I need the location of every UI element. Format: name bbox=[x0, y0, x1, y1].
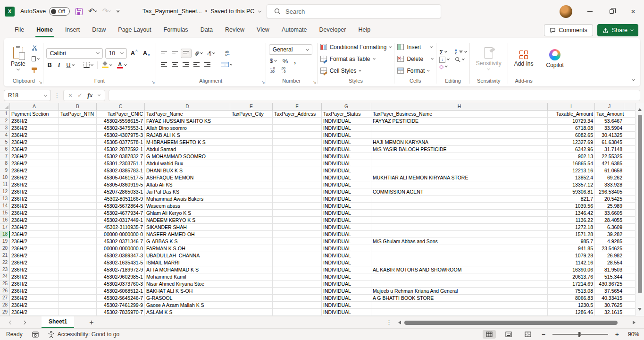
grid-cell[interactable] bbox=[371, 167, 548, 174]
grid-cell[interactable] bbox=[59, 153, 97, 160]
grid-cell[interactable]: 1230.5 bbox=[548, 302, 595, 309]
grid-cell[interactable]: 45305-0360919-5 bbox=[97, 181, 145, 188]
tab-page-layout[interactable]: Page Layout bbox=[112, 23, 157, 38]
find-select-button[interactable] bbox=[455, 57, 467, 62]
grid-cell[interactable] bbox=[273, 224, 322, 231]
grid-cell[interactable]: A G BHATTI BOOK STORE bbox=[371, 295, 548, 302]
grid-cell[interactable] bbox=[59, 217, 97, 224]
tab-file[interactable]: File bbox=[8, 23, 30, 38]
grid-cell[interactable] bbox=[230, 153, 273, 160]
grid-cell[interactable] bbox=[371, 273, 548, 280]
grid-cell[interactable]: ATTA MOHAMMAD K S bbox=[145, 266, 230, 273]
grid-cell[interactable]: 236H/2 bbox=[10, 245, 59, 252]
grid-cell[interactable]: 45302-3110935-7 bbox=[97, 224, 145, 231]
grid-cell[interactable]: TaxPayer_City bbox=[230, 110, 273, 118]
grid-cell[interactable]: 45302-9602985-1 bbox=[97, 273, 145, 280]
grid-cell[interactable] bbox=[371, 203, 548, 210]
grid-cell[interactable]: TaxPayer_CNIC bbox=[97, 110, 145, 118]
grid-cell[interactable] bbox=[624, 217, 635, 224]
row-header-6[interactable]: 6 bbox=[0, 146, 10, 153]
grid-cell[interactable] bbox=[273, 118, 322, 125]
grid-cell[interactable]: 1286.46 bbox=[548, 309, 595, 316]
grid-cell[interactable]: 236H/2 bbox=[10, 231, 59, 238]
grid-cell[interactable]: 236H/2 bbox=[10, 259, 59, 266]
grid-cell[interactable]: 33.6605 bbox=[595, 210, 624, 217]
row-header-17[interactable]: 17 bbox=[0, 224, 10, 231]
next-sheet-icon[interactable] bbox=[22, 320, 26, 324]
grid-cell[interactable] bbox=[273, 196, 322, 203]
grid-cell[interactable]: 45302-0387832-7 bbox=[97, 153, 145, 160]
grid-cell[interactable]: 236H/2 bbox=[10, 224, 59, 231]
grid-cell[interactable] bbox=[273, 188, 322, 196]
grid-cell[interactable]: 45302-0317449-1 bbox=[97, 217, 145, 224]
cancel-button[interactable]: × bbox=[68, 92, 72, 99]
grid-cell[interactable]: 17214.69 bbox=[548, 280, 595, 288]
grid-cell[interactable] bbox=[230, 146, 273, 153]
paste-button[interactable]: Paste bbox=[8, 47, 29, 71]
select-all-corner[interactable] bbox=[0, 103, 10, 110]
grid-cell[interactable] bbox=[273, 266, 322, 273]
normal-view-button[interactable] bbox=[483, 330, 496, 339]
row-header-16[interactable]: 16 bbox=[0, 217, 10, 224]
vertical-scroll-thumb[interactable] bbox=[638, 115, 642, 293]
zoom-slider-thumb[interactable] bbox=[578, 332, 580, 337]
merge-center-button[interactable]: ↔ bbox=[219, 60, 234, 69]
increase-decimal-button[interactable]: ←0.00 bbox=[269, 67, 276, 73]
row-header-5[interactable]: 5 bbox=[0, 139, 10, 146]
grid-cell[interactable]: 7513.08 bbox=[548, 288, 595, 295]
grid-cell[interactable]: 45302-4307975-3 bbox=[97, 132, 145, 139]
grid-cell[interactable] bbox=[230, 188, 273, 196]
grid-cell[interactable]: 61.0658 bbox=[595, 167, 624, 174]
horizontal-scroll-track[interactable] bbox=[403, 321, 630, 325]
increase-indent-button[interactable] bbox=[202, 60, 212, 69]
column-header-E[interactable]: E bbox=[230, 103, 273, 110]
grid-cell[interactable]: INDIVIDUAL bbox=[322, 196, 371, 203]
font-name-combo[interactable]: Calibri bbox=[46, 48, 103, 59]
grid-cell[interactable] bbox=[371, 252, 548, 259]
row-header-13[interactable]: 13 bbox=[0, 196, 10, 203]
grid-cell[interactable]: TaxPayer_Status bbox=[322, 110, 371, 118]
row-header-26[interactable]: 26 bbox=[0, 288, 10, 295]
row-header-9[interactable]: 9 bbox=[0, 167, 10, 174]
grid-cell[interactable] bbox=[59, 118, 97, 125]
grid-cell[interactable]: 45302-7189972-9 bbox=[97, 266, 145, 273]
row-header-10[interactable]: 10 bbox=[0, 174, 10, 181]
grid-cell[interactable] bbox=[624, 280, 635, 288]
grid-cell[interactable]: 236H/2 bbox=[10, 217, 59, 224]
grid-cell[interactable]: 45302-5598615-7 bbox=[97, 118, 145, 125]
tab-formulas[interactable]: Formulas bbox=[158, 23, 194, 38]
grid-cell[interactable] bbox=[624, 196, 635, 203]
column-header-F[interactable]: F bbox=[273, 103, 322, 110]
tab-home[interactable]: Home bbox=[30, 23, 59, 38]
previous-sheet-icon[interactable] bbox=[9, 320, 13, 324]
grid-cell[interactable]: INDIVIDUAL bbox=[322, 181, 371, 188]
grid-cell[interactable]: 12327.69 bbox=[548, 139, 595, 146]
grid-cell[interactable] bbox=[624, 273, 635, 280]
row-header-2[interactable]: 2 bbox=[0, 118, 10, 125]
user-avatar[interactable] bbox=[560, 5, 572, 18]
grid-cell[interactable] bbox=[230, 132, 273, 139]
comments-button[interactable]: Comments bbox=[544, 24, 593, 36]
borders-button[interactable] bbox=[83, 60, 94, 70]
grid-cell[interactable] bbox=[273, 252, 322, 259]
grid-cell[interactable]: 33.5904 bbox=[595, 125, 624, 132]
grid-cell[interactable]: INDIVIDUAL bbox=[322, 280, 371, 288]
grid-cell[interactable] bbox=[230, 118, 273, 125]
fill-button[interactable]: ↓ bbox=[439, 57, 449, 63]
grid-cell[interactable]: INDIVIDUAL bbox=[322, 252, 371, 259]
grid-cell[interactable]: 45302-2872592-1 bbox=[97, 146, 145, 153]
zoom-in-button[interactable]: + bbox=[614, 331, 620, 338]
grid-cell[interactable] bbox=[273, 167, 322, 174]
restore-button[interactable] bbox=[601, 0, 622, 23]
grid-cell[interactable] bbox=[230, 252, 273, 259]
grid-cell[interactable]: 236H/2 bbox=[10, 139, 59, 146]
grid-cell[interactable] bbox=[59, 231, 97, 238]
column-header-J[interactable]: J bbox=[595, 103, 624, 110]
row-header-7[interactable]: 7 bbox=[0, 153, 10, 160]
grid-cell[interactable]: 45302-0389347-3 bbox=[97, 252, 145, 259]
grid-cell[interactable]: 53.6467 bbox=[595, 118, 624, 125]
excel-app-icon[interactable]: X bbox=[5, 7, 15, 17]
italic-button[interactable]: I bbox=[57, 61, 62, 68]
grid-cell[interactable]: 236H/2 bbox=[10, 203, 59, 210]
grid-cell[interactable]: M/S YASIR BALOCH PESTICIDE bbox=[371, 146, 548, 153]
